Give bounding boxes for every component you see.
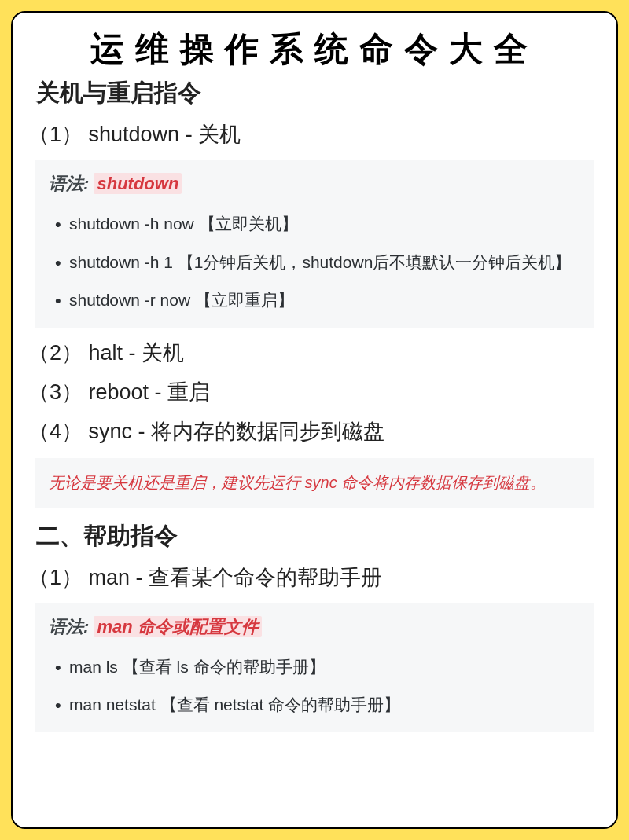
section-heading: 二、帮助指令 (13, 520, 616, 552)
syntax-label: 语法: (49, 617, 89, 636)
example-item: shutdown -h now 【立即关机】 (69, 205, 582, 244)
page-title: 运维操作系统命令大全 (13, 27, 616, 72)
example-item: shutdown -r now 【立即重启】 (69, 281, 582, 320)
syntax-block: 语法: shutdown shutdown -h now 【立即关机】 shut… (35, 160, 594, 328)
command-item: （1） man - 查看某个命令的帮助手册 (13, 563, 616, 592)
syntax-block: 语法: man 命令或配置文件 man ls 【查看 ls 命令的帮助手册】 m… (35, 603, 594, 732)
syntax-line: 语法: shutdown (49, 172, 582, 196)
item-text: man - 查看某个命令的帮助手册 (89, 566, 383, 589)
note-block: 无论是要关机还是重启，建议先运行 sync 命令将内存数据保存到磁盘。 (35, 458, 594, 508)
document-card: 运维操作系统命令大全 关机与重启指令 （1） shutdown - 关机 语法:… (11, 11, 618, 829)
example-list: man ls 【查看 ls 命令的帮助手册】 man netstat 【查看 n… (49, 648, 582, 724)
command-item: （3） reboot - 重启 (13, 378, 616, 406)
syntax-line: 语法: man 命令或配置文件 (49, 615, 582, 639)
item-number: （3） (28, 380, 83, 404)
command-item: （1） shutdown - 关机 (13, 120, 616, 149)
example-item: man netstat 【查看 netstat 命令的帮助手册】 (69, 686, 582, 724)
item-text: sync - 将内存的数据同步到磁盘 (89, 420, 385, 443)
command-item: （4） sync - 将内存的数据同步到磁盘 (13, 417, 616, 446)
item-text: shutdown - 关机 (89, 123, 241, 146)
example-item: man ls 【查看 ls 命令的帮助手册】 (69, 648, 582, 687)
syntax-command: man 命令或配置文件 (94, 616, 261, 637)
item-text: halt - 关机 (89, 341, 185, 365)
example-list: shutdown -h now 【立即关机】 shutdown -h 1 【1分… (49, 205, 582, 320)
section-heading: 关机与重启指令 (13, 77, 616, 109)
example-item: shutdown -h 1 【1分钟后关机，shutdown后不填默认一分钟后关… (69, 244, 582, 282)
item-number: （1） (28, 566, 83, 589)
command-item: （2） halt - 关机 (13, 339, 616, 367)
item-number: （4） (28, 420, 83, 443)
item-number: （2） (28, 341, 83, 365)
item-number: （1） (28, 123, 83, 146)
syntax-label: 语法: (49, 174, 89, 193)
item-text: reboot - 重启 (89, 380, 211, 404)
syntax-command: shutdown (94, 173, 182, 194)
